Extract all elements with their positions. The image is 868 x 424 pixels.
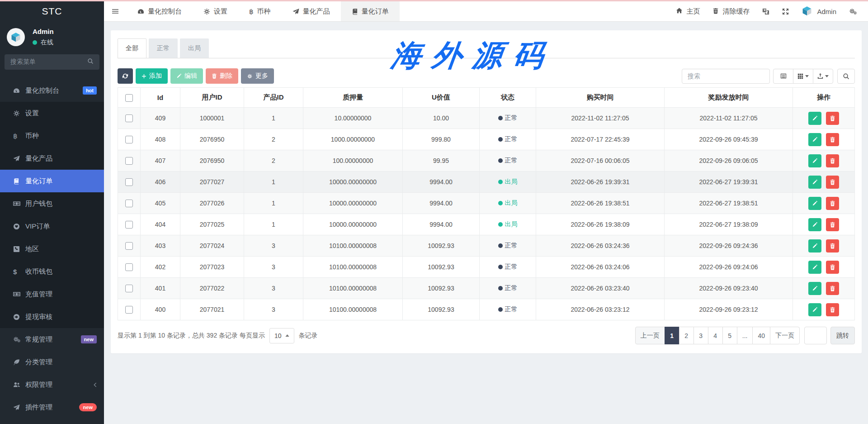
sidebar-item-11[interactable]: 常规管理new (0, 328, 104, 351)
row-delete-button[interactable] (826, 261, 839, 274)
settings-cogs-icon[interactable] (843, 1, 864, 21)
sidebar-item-2[interactable]: ฿币种 (0, 124, 104, 147)
row-edit-button[interactable] (808, 197, 821, 210)
page-button-...[interactable]: ... (737, 327, 753, 344)
row-checkbox[interactable] (125, 114, 133, 122)
page-button-3[interactable]: 3 (693, 327, 708, 344)
row-delete-button[interactable] (826, 112, 839, 125)
row-edit-button[interactable] (808, 239, 821, 252)
row-delete-button[interactable] (826, 154, 839, 167)
status-dot-icon (498, 116, 503, 120)
column-header[interactable]: 质押量 (303, 88, 403, 108)
refresh-button[interactable] (118, 68, 133, 84)
row-delete-button[interactable] (826, 218, 839, 231)
jump-button[interactable]: 跳转 (830, 327, 855, 344)
nav-tab-1[interactable]: 设置 (193, 1, 238, 21)
column-header[interactable]: U价值 (403, 88, 480, 108)
heart-circle-icon (13, 223, 25, 230)
sidebar-item-10[interactable]: 提现审核 (0, 305, 104, 328)
page-size-select[interactable]: 10 (269, 328, 294, 343)
row-checkbox[interactable] (125, 221, 133, 229)
page-button-1[interactable]: 1 (665, 327, 679, 344)
row-edit-button[interactable] (808, 112, 821, 125)
filter-tab-2[interactable]: 出局 (180, 38, 209, 58)
page-button-上一页[interactable]: 上一页 (635, 327, 665, 344)
delete-button[interactable]: 删除 (206, 68, 238, 84)
row-checkbox[interactable] (125, 242, 133, 250)
detail-view-icon[interactable] (773, 69, 793, 84)
sidebar-item-13[interactable]: 权限管理 (0, 373, 104, 396)
row-checkbox[interactable] (125, 263, 133, 271)
page-button-2[interactable]: 2 (679, 327, 694, 344)
row-delete-button[interactable] (826, 282, 839, 295)
add-button[interactable]: 添加 (136, 68, 168, 84)
column-header[interactable]: 状态 (480, 88, 536, 108)
clear-cache-link[interactable]: 清除缓存 (706, 1, 756, 21)
cell-u-value: 9994.00 (403, 193, 480, 214)
sidebar-item-5[interactable]: 用户钱包 (0, 192, 104, 215)
column-header[interactable]: 购买时间 (536, 88, 665, 108)
user-menu[interactable]: Admin (795, 1, 843, 21)
row-checkbox[interactable] (125, 306, 133, 314)
row-checkbox[interactable] (125, 136, 133, 143)
cell-buy-time: 2022-06-26 03:23:40 (536, 278, 665, 299)
row-delete-button[interactable] (826, 239, 839, 252)
cell-product-id: 3 (244, 257, 303, 278)
sidebar-item-0[interactable]: 量化控制台hot (0, 79, 104, 102)
column-header[interactable]: Id (141, 88, 180, 108)
page-button-5[interactable]: 5 (722, 327, 737, 344)
sidebar-item-4[interactable]: 量化订单 (0, 170, 104, 192)
select-all-checkbox[interactable] (125, 94, 133, 102)
nav-tab-4[interactable]: 量化订单 (341, 1, 400, 21)
sidebar-item-9[interactable]: 充值管理 (0, 283, 104, 305)
row-delete-button[interactable] (826, 133, 839, 146)
column-header[interactable]: 用户ID (180, 88, 244, 108)
nav-tab-0[interactable]: 量化控制台 (127, 1, 193, 21)
search-button[interactable] (837, 69, 855, 84)
row-delete-button[interactable] (826, 303, 839, 316)
avatar[interactable] (7, 28, 25, 46)
sidebar-search-input[interactable]: 搜索菜单 (5, 54, 99, 70)
filter-tab-1[interactable]: 正常 (149, 38, 178, 58)
nav-tab-2[interactable]: ฿币种 (238, 1, 282, 21)
row-delete-button[interactable] (826, 197, 839, 210)
table-search-input[interactable] (682, 69, 770, 84)
row-edit-button[interactable] (808, 218, 821, 231)
export-icon[interactable] (813, 69, 833, 84)
column-header[interactable]: 操作 (793, 88, 855, 108)
page-button-下一页[interactable]: 下一页 (770, 327, 800, 344)
row-edit-button[interactable] (808, 261, 821, 274)
row-edit-button[interactable] (808, 282, 821, 295)
column-header[interactable]: 产品ID (244, 88, 303, 108)
sidebar-item-3[interactable]: 量化产品 (0, 147, 104, 170)
menu-toggle-icon[interactable] (104, 1, 127, 21)
sidebar-item-8[interactable]: $收币钱包 (0, 260, 104, 283)
row-edit-button[interactable] (808, 303, 821, 316)
status-dot-icon (498, 158, 503, 163)
home-link[interactable]: 主页 (670, 1, 706, 21)
fullscreen-icon[interactable] (776, 1, 795, 21)
sidebar-item-12[interactable]: 分类管理 (0, 351, 104, 373)
row-checkbox[interactable] (125, 200, 133, 207)
page-button-40[interactable]: 40 (752, 327, 770, 344)
edit-button[interactable]: 编辑 (170, 68, 203, 84)
row-edit-button[interactable] (808, 154, 821, 167)
translate-icon[interactable] (756, 1, 776, 21)
row-delete-button[interactable] (826, 176, 839, 189)
sidebar-item-14[interactable]: 插件管理new (0, 396, 104, 419)
filter-tab-0[interactable]: 全部 (118, 38, 146, 58)
columns-icon[interactable] (793, 69, 813, 84)
row-checkbox[interactable] (125, 285, 133, 292)
sidebar-item-1[interactable]: 设置 (0, 102, 104, 124)
sidebar-item-6[interactable]: VIP订单 (0, 215, 104, 238)
sidebar-item-7[interactable]: 地区 (0, 238, 104, 260)
row-checkbox[interactable] (125, 178, 133, 186)
row-edit-button[interactable] (808, 176, 821, 189)
jump-page-input[interactable] (804, 327, 827, 344)
nav-tab-3[interactable]: 量化产品 (282, 1, 341, 21)
row-checkbox[interactable] (125, 157, 133, 165)
column-header[interactable]: 奖励发放时间 (665, 88, 793, 108)
row-edit-button[interactable] (808, 133, 821, 146)
more-button[interactable]: 更多 (241, 68, 274, 84)
page-button-4[interactable]: 4 (708, 327, 723, 344)
